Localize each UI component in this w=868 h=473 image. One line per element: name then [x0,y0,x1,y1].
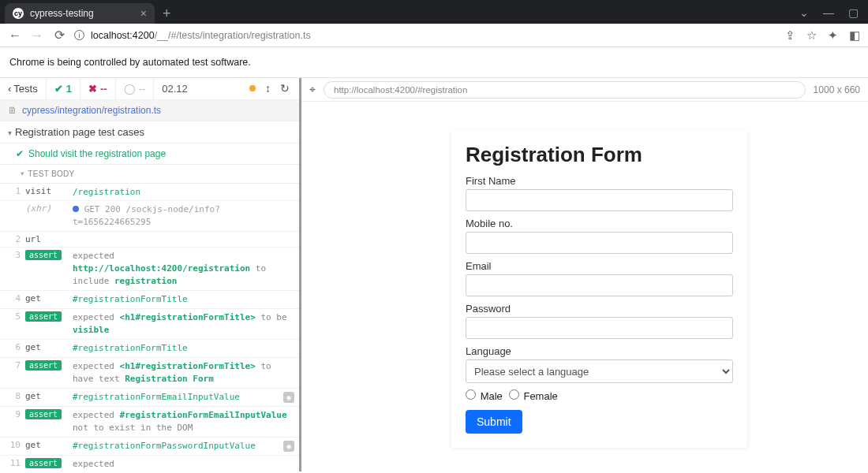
cypress-reporter-panel: ‹Tests ✔1 ✖-- ◯-- 02.12 ↕ ↻ 🗎 cypress/in… [0,78,301,471]
line-number: 6 [5,342,21,352]
chevron-left-icon: ‹ [8,83,11,95]
first-name-input[interactable] [466,189,733,211]
suite-row[interactable]: ▾Registration page test cases [0,121,299,143]
forward-icon[interactable]: → [30,28,44,43]
chevron-down-icon[interactable]: ⌄ [799,6,809,19]
command-name: visit [25,186,68,196]
female-radio[interactable] [509,389,519,400]
command-log-row[interactable]: 6get#registrationFormTitle [0,340,299,358]
submit-button[interactable]: Submit [466,410,522,434]
caret-down-icon: ▾ [8,128,12,137]
tab-title: cypress-testing [30,8,94,19]
extensions-icon[interactable]: ✦ [828,28,838,43]
male-radio-label[interactable]: Male [466,389,503,402]
command-name: assert [25,250,68,260]
back-to-tests[interactable]: ‹Tests [0,78,47,99]
reload-icon[interactable]: ⟳ [52,28,66,43]
command-log-row[interactable]: 9assertexpected #registrationFormEmailIn… [0,407,299,438]
command-log: 1visit/registration(xhr) GET 200 /sockjs… [0,184,299,471]
tab-favicon: cy [13,8,24,19]
test-body-label: TEST BODY [28,169,74,178]
mobile-input[interactable] [466,232,733,254]
check-icon: ✔ [54,83,63,95]
assert-badge: assert [25,360,62,371]
spec-path: cypress/integration/registration.ts [22,105,161,116]
command-message: #registrationFormTitle [73,342,293,355]
pin-icon[interactable]: ◉ [283,441,294,452]
reporter-header: ‹Tests ✔1 ✖-- ◯-- 02.12 ↕ ↻ [0,78,299,100]
test-body-header[interactable]: ▾ TEST BODY [0,165,299,184]
pin-icon[interactable]: ◉ [283,392,294,403]
language-select[interactable]: Please select a language [466,359,733,383]
command-log-row[interactable]: (xhr) GET 200 /sockjs-node/info?t=165622… [0,201,299,232]
address-text: localhost:4200/__/#/tests/integration/re… [91,30,311,41]
command-log-row[interactable]: 1visit/registration [0,184,299,202]
command-log-row[interactable]: 10get#registrationFormPasswordInputValue… [0,438,299,456]
command-log-row[interactable]: 3assertexpected http://localhost:4200/re… [0,248,299,291]
expand-icon[interactable]: ↕ [265,82,271,95]
new-tab-button[interactable]: + [155,3,179,24]
registration-form-card: Registration Form First Name Mobile no. … [451,130,747,448]
assert-badge: assert [25,311,62,322]
language-label: Language [466,345,733,357]
command-name: assert [25,458,68,468]
command-log-row[interactable]: 7assertexpected <h1#registrationFormTitl… [0,358,299,389]
minimize-icon[interactable]: — [823,6,834,19]
aut-panel: ⌖ http://localhost:4200/#registration 10… [301,78,868,471]
command-name: url [25,234,68,244]
command-log-row[interactable]: 5assertexpected <h1#registrationFormTitl… [0,309,299,340]
passed-count[interactable]: ✔1 [47,78,80,99]
line-number: 9 [5,409,21,419]
female-radio-label[interactable]: Female [509,389,558,402]
form-title: Registration Form [466,143,733,167]
caret-down-icon: ▾ [21,169,24,177]
browser-tab[interactable]: cy cypress-testing × [5,3,155,24]
command-message: expected #registrationFormPasswordInputV… [73,458,293,471]
email-input[interactable] [466,274,733,296]
email-label: Email [466,260,733,272]
address-bar[interactable]: i localhost:4200/__/#/tests/integration/… [74,30,311,41]
aut-iframe-area: Registration Form First Name Mobile no. … [301,102,868,471]
browser-tabstrip: cy cypress-testing × + ⌄ — ▢ [0,0,868,24]
back-label: Tests [13,83,37,95]
command-log-row[interactable]: 2url [0,232,299,248]
spec-file-bar[interactable]: 🗎 cypress/integration/registration.ts [0,100,299,121]
command-message: expected <h1#registrationFormTitle> to h… [73,360,293,385]
tab-close-icon[interactable]: × [140,7,147,20]
share-icon[interactable]: ⇪ [785,28,795,43]
line-number: 8 [5,391,21,401]
panel-icon[interactable]: ◧ [849,28,860,43]
aut-url: http://localhost:4200/#registration [334,85,467,95]
password-input[interactable] [466,317,733,339]
back-icon[interactable]: ← [8,28,22,43]
x-icon: ✖ [88,83,97,95]
suite-title: Registration page test cases [15,126,144,138]
command-log-row[interactable]: 8get#registrationFormEmailInputValue◉ [0,389,299,407]
rerun-icon[interactable]: ↻ [280,82,290,95]
line-number: 11 [5,458,21,468]
line-number: 2 [5,234,21,244]
selector-playground-icon[interactable]: ⌖ [309,83,316,96]
status-dot-icon [249,85,256,91]
line-number: 7 [5,360,21,371]
gender-radios: Male Female [466,389,733,402]
viewport-dims[interactable]: 1000 x 660 [814,84,860,95]
site-info-icon[interactable]: i [74,30,84,40]
assert-badge: assert [25,250,62,260]
test-title: Should visit the registration page [28,148,166,159]
command-log-row[interactable]: 11assertexpected #registrationFormPasswo… [0,456,299,471]
test-row[interactable]: ✔ Should visit the registration page [0,143,299,165]
command-name: assert [25,360,68,371]
command-name: assert [25,311,68,322]
failed-count[interactable]: ✖-- [80,78,116,99]
command-name: get [25,391,68,401]
aut-url-box[interactable]: http://localhost:4200/#registration [324,81,806,99]
maximize-icon[interactable]: ▢ [848,6,859,19]
command-name: (xhr) [25,203,68,214]
command-log-row[interactable]: 4get#registrationFormTitle [0,291,299,309]
line-number: 10 [5,440,21,450]
pending-count[interactable]: ◯-- [116,78,155,99]
bookmark-icon[interactable]: ☆ [806,28,817,43]
male-radio[interactable] [466,389,476,400]
password-label: Password [466,303,733,315]
